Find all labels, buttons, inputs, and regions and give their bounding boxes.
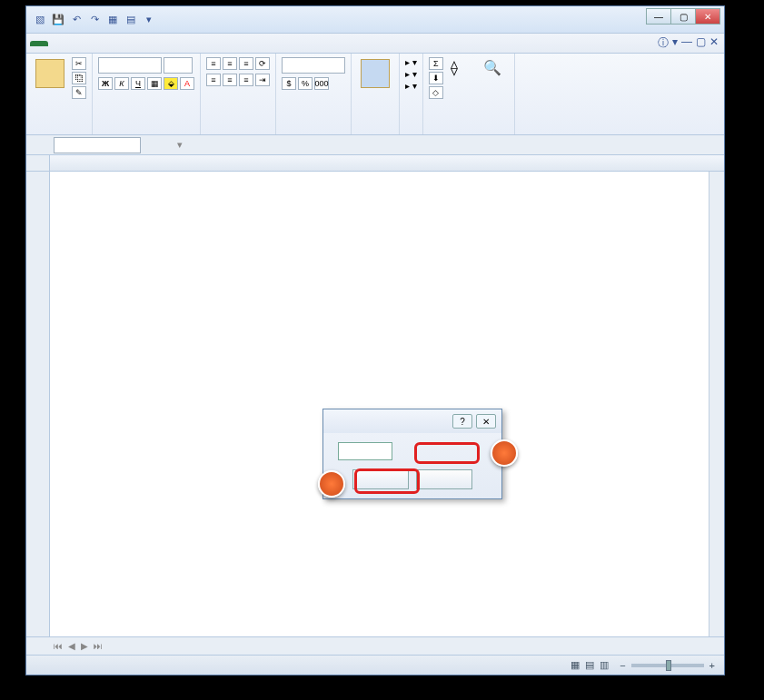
row-height-dialog: ? ✕: [322, 409, 502, 499]
help-icon[interactable]: ⓘ: [658, 35, 669, 51]
row-headers: [26, 172, 50, 636]
cut-icon[interactable]: ✂: [72, 57, 86, 70]
styles-icon: [361, 59, 390, 88]
number-group: $ % 000: [276, 54, 352, 134]
find-button[interactable]: 🔍: [480, 57, 509, 84]
alignment-group: ≡ ≡ ≡ ⟳ ≡ ≡ ≡ ⇥: [201, 54, 276, 134]
row-height-input[interactable]: [338, 442, 392, 460]
clipboard-group: ✂ ⿻ ✎: [26, 54, 93, 134]
format-painter-icon[interactable]: ✎: [72, 86, 86, 99]
align-bottom-icon[interactable]: ≡: [239, 57, 253, 70]
font-size-dropdown[interactable]: [164, 57, 193, 74]
fill-icon[interactable]: ⬇: [429, 72, 443, 84]
clear-icon[interactable]: ◇: [429, 86, 443, 99]
excel-window: ▧ 💾 ↶ ↷ ▦ ▤ ▾ — ▢ ✕ ⓘ ▾ — ▢ ✕: [25, 5, 725, 675]
align-middle-icon[interactable]: ≡: [223, 57, 237, 70]
paste-button[interactable]: [32, 57, 68, 92]
italic-icon[interactable]: К: [114, 77, 129, 90]
save-icon[interactable]: 💾: [50, 12, 66, 28]
ribbon-mini-controls: ⓘ ▾ — ▢ ✕: [658, 35, 724, 51]
minimize-ribbon-icon[interactable]: —: [681, 35, 692, 51]
help-dropdown-icon[interactable]: ▾: [672, 35, 678, 51]
name-box[interactable]: [54, 137, 141, 153]
comma-icon[interactable]: 000: [314, 77, 329, 90]
zoom-slider[interactable]: [631, 664, 704, 667]
redo-icon[interactable]: ↷: [86, 12, 103, 28]
status-bar: ▦ ▤ ▥ − +: [26, 655, 724, 675]
spreadsheet-grid: [26, 155, 724, 636]
indent-icon[interactable]: ⇥: [255, 74, 270, 86]
sort-button[interactable]: ⟠: [447, 57, 476, 84]
vertical-scrollbar[interactable]: [709, 172, 724, 636]
bold-icon[interactable]: Ж: [98, 77, 113, 90]
qat-dropdown-icon[interactable]: ▾: [141, 12, 157, 28]
undo-icon[interactable]: ↶: [68, 12, 84, 28]
view-pagebreak-icon[interactable]: ▥: [600, 659, 609, 671]
align-right-icon[interactable]: ≡: [239, 74, 253, 86]
zoom-in-icon[interactable]: +: [709, 660, 715, 671]
qat-icon[interactable]: ▦: [104, 12, 121, 28]
close-doc-icon[interactable]: ✕: [709, 35, 719, 51]
maximize-button[interactable]: ▢: [670, 8, 696, 25]
number-format-dropdown[interactable]: [282, 57, 345, 74]
sheet-nav-last-icon[interactable]: ⏭: [94, 641, 103, 651]
align-top-icon[interactable]: ≡: [206, 57, 221, 70]
callout-2: [318, 470, 345, 498]
callout-1: [491, 439, 518, 467]
underline-icon[interactable]: Ч: [131, 77, 145, 90]
title-bar: ▧ 💾 ↶ ↷ ▦ ▤ ▾ — ▢ ✕: [26, 6, 724, 34]
find-icon: 🔍: [483, 59, 505, 81]
excel-icon: ▧: [32, 12, 48, 28]
minimize-button[interactable]: —: [646, 8, 671, 25]
orientation-icon[interactable]: ⟳: [255, 57, 270, 70]
formula-bar: ▾: [26, 135, 724, 155]
sheet-nav-next-icon[interactable]: ▶: [81, 641, 88, 651]
dialog-help-button[interactable]: ?: [452, 414, 472, 429]
border-icon[interactable]: ▦: [147, 77, 162, 90]
view-layout-icon[interactable]: ▤: [585, 659, 594, 671]
zoom-out-icon[interactable]: −: [620, 660, 625, 671]
view-normal-icon[interactable]: ▦: [571, 659, 580, 671]
currency-icon[interactable]: $: [282, 77, 296, 90]
format-button[interactable]: ▸ ▾: [405, 81, 417, 91]
sort-icon: ⟠: [451, 59, 472, 81]
file-tab[interactable]: [30, 41, 48, 46]
dialog-close-button[interactable]: ✕: [476, 414, 496, 429]
sheet-nav-prev-icon[interactable]: ◀: [68, 641, 75, 651]
editing-group: Σ ⬇ ◇ ⟠ 🔍: [423, 54, 515, 134]
sheet-tabs: ⏮ ◀ ▶ ⏭: [26, 636, 724, 655]
paste-icon: [35, 59, 64, 88]
align-left-icon[interactable]: ≡: [206, 74, 221, 86]
insert-button[interactable]: ▸ ▾: [405, 57, 417, 67]
styles-group: [352, 54, 400, 134]
fill-color-icon[interactable]: ⬙: [164, 77, 178, 90]
qat-icon[interactable]: ▤: [123, 12, 139, 28]
ribbon: ✂ ⿻ ✎ Ж К Ч ▦ ⬙ A: [26, 54, 724, 135]
font-group: Ж К Ч ▦ ⬙ A: [93, 54, 201, 134]
select-all-corner[interactable]: [26, 155, 50, 172]
dialog-titlebar: ? ✕: [323, 409, 501, 433]
sheet-nav-first-icon[interactable]: ⏮: [54, 641, 63, 651]
align-center-icon[interactable]: ≡: [223, 74, 237, 86]
copy-icon[interactable]: ⿻: [72, 72, 86, 84]
ribbon-tabs: ⓘ ▾ — ▢ ✕: [26, 34, 724, 54]
delete-button[interactable]: ▸ ▾: [405, 69, 417, 79]
percent-icon[interactable]: %: [298, 77, 313, 90]
font-color-icon[interactable]: A: [180, 77, 194, 90]
sum-icon[interactable]: Σ: [429, 57, 443, 70]
restore-icon[interactable]: ▢: [696, 35, 706, 51]
grid-cells[interactable]: [50, 172, 724, 636]
column-headers: [50, 155, 724, 172]
cells-group: ▸ ▾ ▸ ▾ ▸ ▾: [400, 54, 423, 134]
close-button[interactable]: ✕: [695, 8, 720, 25]
font-name-dropdown[interactable]: [98, 57, 162, 74]
window-controls: — ▢ ✕: [647, 8, 720, 25]
styles-button[interactable]: [357, 57, 393, 92]
cancel-button[interactable]: [416, 469, 472, 489]
quick-access-toolbar: ▧ 💾 ↶ ↷ ▦ ▤ ▾: [26, 12, 157, 28]
ok-button[interactable]: [352, 469, 409, 489]
